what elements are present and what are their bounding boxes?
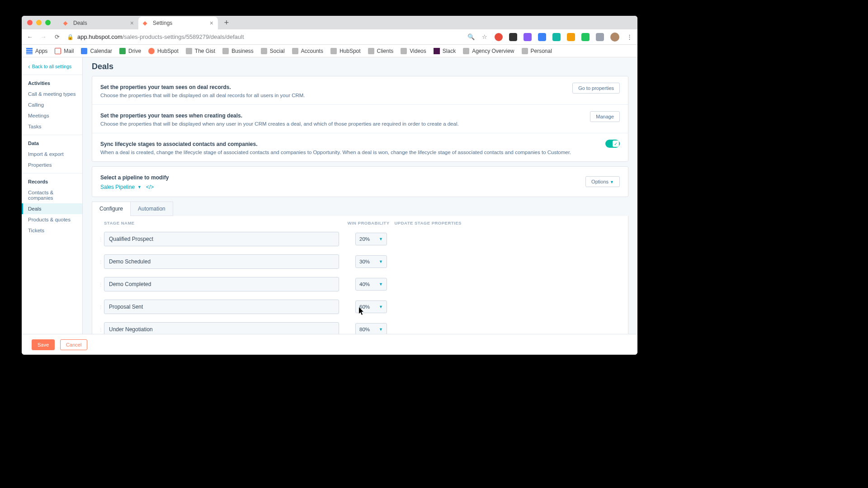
stage-name-input[interactable] [104, 300, 339, 314]
cancel-button[interactable]: Cancel [60, 339, 87, 350]
sidebar-item-tickets[interactable]: Tickets [22, 225, 82, 236]
extension-icon[interactable] [552, 33, 561, 41]
bookmark-personal[interactable]: Personal [522, 48, 552, 54]
label: Back to all settings [32, 64, 72, 69]
row-subtitle: When a deal is created, change the lifec… [100, 150, 571, 155]
win-probability-select[interactable]: 20%▼ [355, 233, 387, 245]
extension-icon[interactable] [581, 33, 590, 41]
label: Business [231, 48, 254, 54]
close-icon[interactable]: × [130, 19, 134, 27]
bookmark-drive[interactable]: Drive [119, 48, 141, 54]
bookmark-mail[interactable]: Mail [55, 48, 74, 54]
chevron-down-icon: ▼ [137, 185, 142, 189]
menu-icon[interactable]: ⋮ [626, 33, 633, 40]
pipeline-dropdown[interactable]: Sales Pipeline ▼ </> [100, 184, 169, 190]
bookmark-accounts[interactable]: Accounts [292, 48, 323, 54]
extension-icon[interactable] [596, 33, 604, 41]
tab-automation[interactable]: Automation [130, 202, 173, 216]
chevron-down-icon: ▼ [379, 282, 383, 286]
row-subtitle: Choose the properties that will be displ… [100, 121, 459, 127]
browser-tab-settings[interactable]: ◆ Settings × [138, 17, 218, 29]
sidebar-item-deals[interactable]: Deals [22, 203, 82, 214]
bookmark-slack[interactable]: Slack [434, 48, 456, 54]
win-probability-select[interactable]: 40%▼ [355, 278, 387, 291]
sidebar-item-calling[interactable]: Calling [22, 99, 82, 110]
stage-name-input[interactable] [104, 322, 339, 334]
window-close[interactable] [27, 20, 33, 25]
window-minimize[interactable] [36, 20, 42, 25]
bookmark-hubspot-2[interactable]: HubSpot [330, 48, 361, 54]
sidebar-item-properties[interactable]: Properties [22, 160, 82, 170]
sidebar-item-contacts-companies[interactable]: Contacts & companies [22, 187, 82, 203]
sidebar-item-call-meeting-types[interactable]: Call & meeting types [22, 89, 82, 99]
lock-icon: 🔒 [67, 34, 74, 40]
chevron-down-icon: ▼ [379, 237, 383, 241]
bookmark-videos[interactable]: Videos [401, 48, 426, 54]
tab-title: Settings [153, 20, 172, 26]
extension-icon[interactable] [538, 33, 546, 41]
drag-handle-icon[interactable]: ⋮⋮ [99, 305, 104, 310]
sidebar-item-products-quotes[interactable]: Products & quotes [22, 214, 82, 225]
back-icon[interactable]: ← [26, 33, 33, 40]
window-zoom[interactable] [45, 20, 51, 25]
label: Calendar [90, 48, 112, 54]
bookmark-apps[interactable]: Apps [26, 48, 47, 54]
win-probability-select[interactable]: 60%▼ [355, 300, 387, 313]
win-probability-select[interactable]: 30%▼ [355, 255, 387, 268]
save-button[interactable]: Save [32, 339, 55, 350]
drag-handle-icon[interactable]: ⋮⋮ [99, 237, 104, 242]
zoom-icon[interactable]: 🔍 [467, 33, 475, 40]
stage-name-input[interactable] [104, 254, 339, 269]
options-dropdown[interactable]: Options ▼ [585, 176, 620, 187]
tab-configure[interactable]: Configure [92, 202, 131, 216]
reload-icon[interactable]: ⟳ [53, 33, 61, 40]
back-to-settings-link[interactable]: Back to all settings [22, 63, 82, 75]
page-title: Deals [92, 62, 628, 71]
drag-handle-icon[interactable]: ⋮⋮ [99, 282, 104, 287]
sidebar-item-tasks[interactable]: Tasks [22, 121, 82, 132]
extension-icon[interactable] [509, 33, 517, 41]
url-text: app.hubspot.com/sales-products-settings/… [77, 33, 244, 40]
sidebar-item-import-export[interactable]: Import & export [22, 149, 82, 160]
bookmark-social[interactable]: Social [261, 48, 285, 54]
bookmark-business[interactable]: Business [222, 48, 254, 54]
bookmark-clients[interactable]: Clients [368, 48, 394, 54]
stage-row: ⋮⋮20%▼ [92, 230, 628, 248]
extension-icon[interactable] [567, 33, 575, 41]
sidebar-heading-activities: Activities [22, 80, 82, 89]
settings-row-record-properties: Set the properties your team sees on dea… [92, 76, 628, 105]
win-probability-select[interactable]: 80%▼ [355, 323, 387, 334]
bookmark-calendar[interactable]: Calendar [81, 48, 112, 54]
row-title: Set the properties your team sees when c… [100, 113, 242, 119]
sidebar-item-meetings[interactable]: Meetings [22, 110, 82, 121]
stage-row: ⋮⋮40%▼ [92, 275, 628, 293]
extension-icon[interactable] [495, 33, 503, 41]
bookmark-gist[interactable]: The Gist [186, 48, 215, 54]
label: The Gist [195, 48, 215, 54]
new-tab-button[interactable]: + [221, 17, 232, 28]
drag-handle-icon[interactable]: ⋮⋮ [99, 327, 104, 332]
label: Mail [64, 48, 74, 54]
label: Drive [128, 48, 141, 54]
manage-button[interactable]: Manage [590, 111, 620, 122]
go-to-properties-button[interactable]: Go to properties [572, 83, 620, 94]
star-icon[interactable]: ☆ [481, 33, 488, 40]
settings-row-sync-lifecycle: Sync lifecycle stages to associated cont… [92, 133, 628, 161]
forward-icon[interactable]: → [40, 33, 47, 40]
browser-tab-deals[interactable]: ◆ Deals × [59, 17, 138, 29]
pipeline-label: Select a pipeline to modify [100, 174, 169, 181]
sync-lifecycle-toggle[interactable]: ✓ [605, 140, 620, 148]
bookmark-agency[interactable]: Agency Overview [463, 48, 514, 54]
close-icon[interactable]: × [210, 19, 213, 27]
label: Clients [377, 48, 394, 54]
extension-icon[interactable] [524, 33, 532, 41]
label: Personal [531, 48, 552, 54]
stage-name-input[interactable] [104, 277, 339, 291]
stage-name-input[interactable] [104, 232, 339, 246]
address-bar[interactable]: 🔒 app.hubspot.com/sales-products-setting… [67, 33, 461, 40]
profile-avatar[interactable] [610, 33, 619, 42]
code-icon[interactable]: </> [146, 184, 154, 190]
settings-sidebar: Back to all settings Activities Call & m… [22, 57, 83, 334]
bookmark-hubspot[interactable]: HubSpot [148, 48, 179, 54]
drag-handle-icon[interactable]: ⋮⋮ [99, 259, 104, 264]
